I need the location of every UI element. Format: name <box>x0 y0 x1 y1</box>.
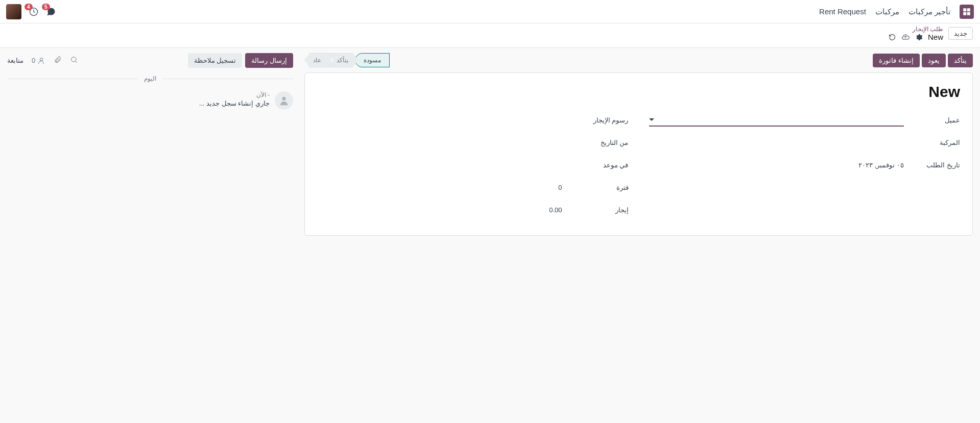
search-icon[interactable] <box>70 56 78 65</box>
label-to-date: في موعد <box>572 161 629 169</box>
discard-icon[interactable] <box>888 33 896 41</box>
chatter-date-divider: اليوم <box>7 75 293 82</box>
messaging-badge: 5 <box>42 4 50 10</box>
label-period: فترة <box>572 184 629 191</box>
nav-menu-rent-request[interactable]: Rent Request <box>819 7 866 16</box>
svg-point-2 <box>40 58 43 60</box>
confirm-button[interactable]: يتأكد <box>948 54 973 67</box>
status-draft[interactable]: مسودة <box>355 53 390 67</box>
label-request-date: تاريخ الطلب <box>904 161 960 169</box>
followers-count[interactable]: 0 <box>32 57 45 65</box>
app-icon[interactable] <box>960 5 974 19</box>
breadcrumb-row: جديد طلب الإيجار New <box>0 23 980 48</box>
svg-point-1 <box>71 57 76 62</box>
log-message: جاري إنشاء سجل جديد ... <box>7 99 270 107</box>
nav-menu-vehicles[interactable]: مركبات <box>875 7 899 16</box>
gear-icon[interactable] <box>915 33 923 41</box>
customer-field[interactable] <box>654 116 904 123</box>
follow-button[interactable]: متابعة <box>7 57 23 64</box>
rent-value[interactable]: 0.00 <box>317 206 572 214</box>
label-vehicle: المركبة <box>904 139 960 146</box>
status-confirm[interactable]: يتأكد <box>328 53 358 67</box>
svg-point-3 <box>282 97 285 101</box>
create-invoice-button[interactable]: إنشاء فاتورة <box>873 54 920 67</box>
request-date-value[interactable]: ٠٥ نوفمبر, ٢٠٢٣ <box>649 161 904 169</box>
nav-app-title[interactable]: تأجير مركبات <box>909 7 950 16</box>
label-from-date: من التاريخ <box>572 139 629 146</box>
action-bar: يتأكد يعود إنشاء فاتورة مسودة يتأكد عاد <box>304 53 973 67</box>
activities-badge: 4 <box>25 4 33 10</box>
status-bar: مسودة يتأكد عاد <box>304 53 390 67</box>
cloud-upload-icon[interactable] <box>901 33 910 41</box>
attachment-icon[interactable] <box>54 56 62 65</box>
activities-icon[interactable]: 4 <box>29 7 39 17</box>
label-rent-fees: رسوم الإيجار <box>572 116 629 124</box>
period-value[interactable]: 0 <box>317 184 572 191</box>
log-item: - الآن جاري إنشاء سجل جديد ... <box>7 91 293 110</box>
record-title: New <box>317 83 960 101</box>
chatter: إرسال رسالة تسجيل ملاحظة 0 متابعة اليوم … <box>7 53 293 110</box>
status-returned[interactable]: عاد <box>304 53 331 67</box>
divider-label: اليوم <box>144 75 156 82</box>
log-timestamp: - الآن <box>7 91 270 98</box>
followers-number: 0 <box>32 57 35 64</box>
form-sheet: New عميل المركبة تاريخ ا <box>304 72 973 236</box>
chevron-down-icon[interactable] <box>649 118 654 121</box>
new-button[interactable]: جديد <box>948 27 973 40</box>
send-message-button[interactable]: إرسال رسالة <box>245 53 293 68</box>
breadcrumb-parent-link[interactable]: طلب الإيجار <box>888 26 943 33</box>
log-note-button[interactable]: تسجيل ملاحظة <box>188 53 243 68</box>
label-customer: عميل <box>904 116 960 124</box>
top-nav: تأجير مركبات مركبات Rent Request 5 4 <box>0 0 980 23</box>
messaging-icon[interactable]: 5 <box>46 7 56 17</box>
user-avatar[interactable] <box>6 4 21 19</box>
breadcrumb-current-text: New <box>928 33 943 41</box>
return-button[interactable]: يعود <box>922 54 946 67</box>
customer-input[interactable] <box>649 113 904 127</box>
breadcrumb-current: New <box>888 33 943 41</box>
log-avatar-icon <box>275 91 293 110</box>
label-rent: إيجار <box>572 206 629 214</box>
